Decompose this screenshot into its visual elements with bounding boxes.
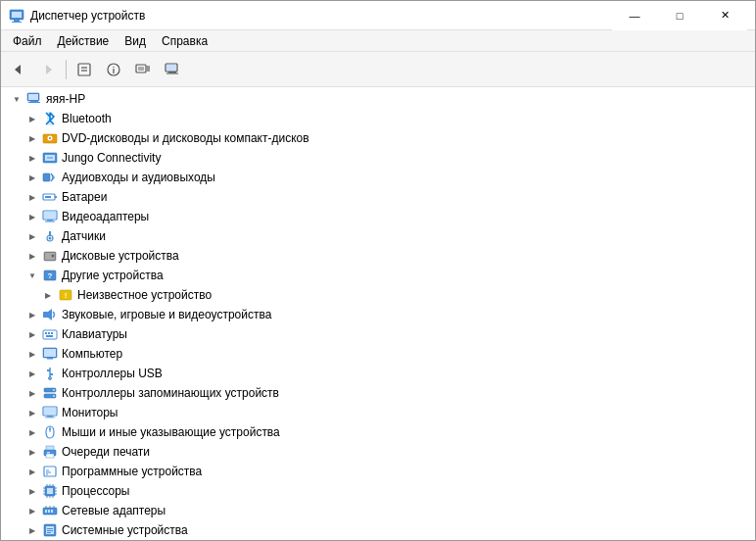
svg-text:!: !: [65, 291, 68, 300]
properties-button[interactable]: [71, 56, 98, 83]
computer-button[interactable]: [159, 56, 186, 83]
tree-item-computer[interactable]: ▶ Компьютер: [1, 344, 755, 364]
svg-rect-21: [28, 94, 38, 100]
dvd-expand-icon[interactable]: ▶: [24, 130, 40, 146]
other-icon: ?: [42, 268, 58, 283]
tree-item-storage[interactable]: ▶ Контроллеры запоминающих устройств: [1, 383, 755, 403]
menu-file[interactable]: Файл: [5, 32, 50, 50]
display-icon: [42, 209, 58, 224]
display-expand-icon[interactable]: ▶: [24, 209, 40, 224]
tree-item-batteries[interactable]: ▶ Батареи: [1, 187, 755, 207]
mice-expand-icon[interactable]: ▶: [24, 424, 40, 440]
svg-rect-50: [43, 330, 57, 339]
printers-label: Очереди печати: [62, 445, 150, 459]
svg-point-44: [52, 255, 55, 258]
software-icon: [42, 464, 58, 479]
tree-item-mice[interactable]: ▶ Мыши и иные указывающие устройства: [1, 422, 755, 442]
svg-rect-81: [47, 488, 53, 494]
tree-item-sensors[interactable]: ▶ Датчики: [1, 226, 755, 246]
tree-root[interactable]: ▼ яяя-HP: [1, 89, 755, 109]
processors-label: Процессоры: [62, 484, 130, 498]
forward-button[interactable]: [34, 56, 62, 83]
tree-item-software[interactable]: ▶ Программные устройства: [1, 462, 755, 481]
toolbar-separator-1: [66, 60, 67, 79]
svg-rect-3: [12, 22, 22, 23]
back-button[interactable]: [5, 56, 32, 83]
storage-expand-icon[interactable]: ▶: [24, 385, 40, 401]
jungo-label: Jungo Connectivity: [62, 151, 161, 165]
scan-button[interactable]: [129, 56, 157, 83]
svg-rect-40: [49, 231, 51, 236]
menu-view[interactable]: Вид: [117, 32, 154, 50]
unknown-expand-icon[interactable]: ▶: [40, 287, 56, 303]
svg-rect-33: [45, 196, 51, 198]
usb-expand-icon[interactable]: ▶: [24, 366, 40, 381]
menu-help[interactable]: Справка: [154, 32, 215, 50]
tree-item-dvd[interactable]: ▶ DVD-дисководы и дисководы компакт-диск…: [1, 128, 755, 148]
tree-item-processors[interactable]: ▶ Процес: [1, 481, 755, 501]
svg-point-64: [53, 389, 55, 391]
network-expand-icon[interactable]: ▶: [24, 503, 40, 518]
keyboards-expand-icon[interactable]: ▶: [24, 326, 40, 342]
tree-item-display[interactable]: ▶ Видеоадаптеры: [1, 207, 755, 226]
svg-rect-97: [51, 510, 53, 513]
root-expand-icon[interactable]: ▼: [9, 91, 24, 107]
disk-icon: [42, 248, 58, 264]
tree-item-system[interactable]: ▶ Системные устройства: [1, 520, 755, 540]
usb-label: Контроллеры USB: [62, 367, 163, 380]
svg-rect-104: [47, 530, 53, 531]
svg-rect-51: [45, 332, 47, 334]
tree-item-bluetooth[interactable]: ▶ Bluetooth: [1, 109, 755, 128]
audio-expand-icon[interactable]: ▶: [24, 170, 40, 185]
svg-rect-74: [46, 454, 54, 458]
maximize-button[interactable]: □: [657, 1, 702, 30]
audio-label: Аудиовходы и аудиовыходы: [62, 171, 215, 184]
tree-item-unknown[interactable]: ▶ ! Неизвестное устройство: [1, 285, 755, 305]
svg-rect-36: [44, 212, 56, 219]
battery-icon: [42, 189, 58, 205]
disk-expand-icon[interactable]: ▶: [24, 248, 40, 264]
monitors-label: Мониторы: [62, 406, 118, 419]
device-manager-window: Диспетчер устройств — □ ✕ Файл Действие …: [0, 0, 756, 541]
app-icon: [9, 8, 24, 24]
svg-rect-52: [48, 332, 50, 334]
software-expand-icon[interactable]: ▶: [24, 464, 40, 479]
storage-icon: [42, 385, 58, 401]
tree-item-audio[interactable]: ▶ Аудиовходы и аудиовыходы: [1, 168, 755, 187]
bluetooth-expand-icon[interactable]: ▶: [24, 111, 40, 126]
menu-action[interactable]: Действие: [50, 32, 118, 50]
tree-item-monitors[interactable]: ▶ Мониторы: [1, 403, 755, 422]
processors-expand-icon[interactable]: ▶: [24, 483, 40, 499]
svg-rect-38: [45, 221, 55, 222]
close-button[interactable]: ✕: [702, 1, 747, 30]
sensors-expand-icon[interactable]: ▶: [24, 228, 40, 244]
monitor-icon: [42, 405, 58, 420]
tree-item-printers[interactable]: ▶ Очереди печати: [1, 442, 755, 462]
mice-label: Мыши и иные указывающие устройства: [62, 425, 280, 439]
tree-item-network[interactable]: ▶ Сетевые адаптеры: [1, 501, 755, 520]
system-expand-icon[interactable]: ▶: [24, 522, 40, 538]
tree-item-jungo[interactable]: ▶ Jungo Connectivity: [1, 148, 755, 168]
tree-item-keyboards[interactable]: ▶ Клавиатуры: [1, 324, 755, 344]
printers-expand-icon[interactable]: ▶: [24, 444, 40, 460]
tree-item-sound[interactable]: ▶ Звуковые, игровые и видеоустройства: [1, 305, 755, 324]
unknown-icon: !: [58, 287, 73, 303]
tree-item-other[interactable]: ▼ ? Другие устройства: [1, 266, 755, 285]
computer-expand-icon[interactable]: ▶: [24, 346, 40, 362]
bluetooth-label: Bluetooth: [62, 112, 112, 125]
svg-rect-68: [47, 416, 53, 418]
tree-item-disk[interactable]: ▶ Дисковые устройства: [1, 246, 755, 266]
svg-point-41: [49, 237, 52, 240]
tree-item-usb[interactable]: ▶ Контроллеры USB: [1, 364, 755, 383]
other-expand-icon[interactable]: ▼: [24, 268, 40, 283]
monitors-expand-icon[interactable]: ▶: [24, 405, 40, 420]
window-title: Диспетчер устройств: [30, 9, 612, 23]
sound-expand-icon[interactable]: ▶: [24, 307, 40, 322]
jungo-expand-icon[interactable]: ▶: [24, 150, 40, 166]
minimize-button[interactable]: —: [612, 1, 657, 30]
svg-rect-53: [51, 332, 53, 334]
svg-rect-37: [47, 220, 53, 221]
keyboard-icon: [42, 326, 58, 342]
batteries-expand-icon[interactable]: ▶: [24, 189, 40, 205]
info-button[interactable]: i: [100, 56, 127, 83]
